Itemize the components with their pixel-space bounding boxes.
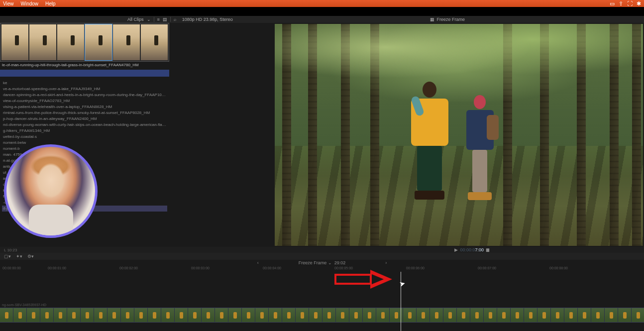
timeline-frame[interactable]: [54, 308, 67, 322]
timeline-frame[interactable]: [242, 308, 255, 322]
list-item[interactable]: noment-betw: [2, 140, 167, 146]
timeline-frame[interactable]: [175, 308, 188, 322]
timeline-ruler[interactable]: 00:00:00:00 00:00:01:00 00:00:02:00 00:0…: [0, 266, 644, 272]
timeline-frame[interactable]: [215, 308, 228, 322]
timeline-frame[interactable]: [228, 308, 242, 322]
timeline-track[interactable]: [0, 308, 644, 323]
timeline-frame[interactable]: [121, 308, 134, 322]
list-item[interactable]: p-hop-dancer-struts-in-an-alleyway_FFAAN…: [2, 116, 167, 122]
list-item[interactable]: ke: [2, 80, 167, 86]
thumb-frame[interactable]: [29, 24, 56, 60]
share-icon[interactable]: ⇪: [619, 0, 623, 7]
timeline-frame[interactable]: [470, 308, 484, 322]
clips-filter[interactable]: All Clips: [127, 17, 144, 22]
timeline-frame[interactable]: [632, 308, 644, 322]
timeline-frame[interactable]: [148, 308, 161, 322]
thumb-frame[interactable]: [85, 24, 112, 60]
chevron-down-icon[interactable]: ⌄: [328, 260, 332, 265]
timeline-body[interactable]: ng-som-SBV-346535937-HD: [0, 272, 644, 331]
title-bar: [0, 7, 644, 16]
video-preview[interactable]: [275, 24, 643, 246]
timeline-frame[interactable]: [188, 308, 202, 322]
expand-icon[interactable]: ⛶: [627, 0, 633, 7]
search-icon[interactable]: ⌕: [174, 17, 176, 22]
list-item[interactable]: view-of-countryside_FFAAO2783_HM: [2, 98, 167, 104]
timeline-frame[interactable]: [67, 308, 81, 322]
timeline-frame[interactable]: [497, 308, 511, 322]
audio-meter-icon[interactable]: ▮▮: [486, 247, 489, 252]
timeline-frame[interactable]: [618, 308, 632, 322]
ruler-mark: 00:00:04:00: [263, 266, 281, 270]
timeline-frame[interactable]: [443, 308, 457, 322]
list-item[interactable]: riminal-runs-from-the-police-through-thi…: [2, 110, 167, 116]
format-label: 1080p HD 23.98p, Stereo: [182, 17, 233, 22]
timeline-frame[interactable]: [296, 308, 309, 322]
list-icon[interactable]: ▤: [163, 17, 167, 22]
timeline-frame[interactable]: [430, 308, 443, 322]
timeline-frame[interactable]: [457, 308, 470, 322]
select-tool-icon[interactable]: ▢▾: [4, 254, 11, 259]
list-item[interactable]: ve-a-motorboat-speeding-over-a-lake_FFAA…: [2, 86, 167, 92]
timeline-frame[interactable]: [27, 308, 40, 322]
timeline-frame[interactable]: [94, 308, 107, 322]
timeline-title[interactable]: Freeze Frame: [299, 260, 327, 265]
list-item[interactable]: vising-a-patient-via-telehealth-over-a-l…: [2, 104, 167, 110]
timeline-frame[interactable]: [269, 308, 282, 322]
timeline-frame[interactable]: [511, 308, 524, 322]
timeline-frame[interactable]: [202, 308, 215, 322]
cast-icon[interactable]: ▭: [610, 0, 615, 7]
thumb-frame[interactable]: [113, 24, 140, 60]
timeline-frame[interactable]: [484, 308, 497, 322]
timeline-frame[interactable]: [81, 308, 94, 322]
timeline-frame[interactable]: [363, 308, 376, 322]
timeline-frame[interactable]: [255, 308, 269, 322]
timecode: 00:00:07:00: [460, 247, 484, 252]
timeline-frame[interactable]: [134, 308, 148, 322]
filmstrip-icon[interactable]: ≡: [157, 17, 160, 22]
list-item[interactable]: uetted-by-coastal-s: [2, 134, 167, 140]
viewer-mode-icon: ▦: [430, 17, 434, 22]
play-icon[interactable]: ▶: [454, 247, 458, 252]
timeline-frame[interactable]: [107, 308, 121, 322]
timeline-frame[interactable]: [322, 308, 336, 322]
list-item[interactable]: dancer-spinning-in-a-red-skirt-and-heels…: [2, 92, 167, 98]
clip-thumbnails[interactable]: [0, 23, 169, 62]
timeline-frame[interactable]: [578, 308, 591, 322]
timeline-frame[interactable]: [309, 308, 322, 322]
selected-clip-name: le-of-man-running-up-hill-through-tall-g…: [0, 62, 169, 68]
timeline-frame[interactable]: [282, 308, 296, 322]
ruler-mark: 00:00:06:00: [406, 266, 425, 270]
timeline-frame[interactable]: [403, 308, 417, 322]
timeline-frame[interactable]: [524, 308, 537, 322]
ruler-mark: 00:00:08:00: [549, 266, 568, 270]
timeline-frame[interactable]: [417, 308, 430, 322]
timeline-frame[interactable]: [13, 308, 27, 322]
next-icon[interactable]: ›: [385, 260, 387, 265]
settings-icon[interactable]: ✱: [637, 0, 641, 7]
timeline-frame[interactable]: [0, 308, 13, 322]
timeline-frame[interactable]: [336, 308, 349, 322]
timeline-frame[interactable]: [376, 308, 390, 322]
selection-bar[interactable]: [0, 70, 169, 77]
timeline-frame[interactable]: [537, 308, 551, 322]
thumb-frame[interactable]: [1, 24, 28, 60]
timeline-frame[interactable]: [349, 308, 363, 322]
timeline-frame[interactable]: [605, 308, 618, 322]
timeline-frame[interactable]: [551, 308, 564, 322]
menu-view[interactable]: View: [3, 1, 14, 6]
menu-window[interactable]: Window: [21, 1, 39, 6]
timeline-frame[interactable]: [591, 308, 605, 322]
list-item[interactable]: nd-diverse-young-woman-with-curly-hair-s…: [2, 122, 167, 128]
thumb-frame[interactable]: [141, 24, 168, 60]
timeline-frame[interactable]: [161, 308, 175, 322]
wand-tool-icon[interactable]: ✦▾: [16, 254, 22, 259]
list-item[interactable]: g-hikers_FFAAM1346_HM: [2, 128, 167, 134]
chevron-down-icon[interactable]: ⌄: [147, 17, 151, 22]
timeline-frame[interactable]: [564, 308, 578, 322]
menu-help[interactable]: Help: [45, 1, 56, 6]
prev-icon[interactable]: ‹: [257, 260, 259, 265]
settings-tool-icon[interactable]: ⚙▾: [27, 254, 34, 259]
thumb-frame[interactable]: [57, 24, 84, 60]
annotation-arrow: [334, 273, 397, 286]
timeline-frame[interactable]: [40, 308, 54, 322]
